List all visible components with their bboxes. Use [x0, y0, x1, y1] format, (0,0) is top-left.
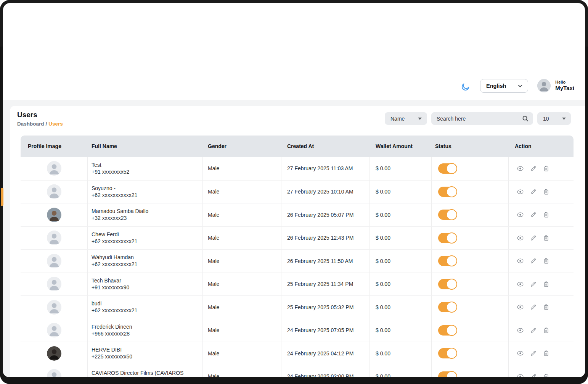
delete-trash-icon[interactable]: [543, 257, 550, 265]
col-created-at: Created At: [281, 136, 370, 157]
table-row: Mamadou Samba Diallo +32 xxxxxxx23 Male …: [21, 203, 574, 226]
user-phone: +62 xxxxxxxxxxx21: [92, 238, 137, 245]
breadcrumb-separator: /: [44, 121, 49, 127]
filter-by-select[interactable]: Name: [385, 112, 427, 125]
user-created-at: 25 February 2025 05:32 PM: [281, 296, 370, 319]
delete-trash-icon[interactable]: [543, 234, 550, 242]
user-phone: +91 xxxxxxxx90: [92, 284, 129, 291]
edit-pencil-icon[interactable]: [530, 234, 537, 242]
user-gender: Male: [203, 157, 281, 180]
edit-pencil-icon[interactable]: [530, 373, 537, 377]
search-box[interactable]: [431, 112, 533, 125]
profile-avatar: [47, 161, 61, 176]
table-row: Wahyudi Hamdan +62 xxxxxxxxxxx21 Male 26…: [21, 249, 574, 273]
edit-pencil-icon[interactable]: [530, 281, 537, 288]
user-created-at: 27 February 2025 10:10 AM: [281, 181, 370, 203]
user-full-name: HERVE DIBI: [92, 347, 132, 353]
view-eye-icon[interactable]: [517, 211, 524, 218]
user-wallet-amount: $ 0.00: [370, 365, 432, 378]
search-icon[interactable]: [522, 115, 529, 122]
user-created-at: 26 February 2025 11:50 AM: [281, 250, 370, 273]
user-gender: Male: [203, 296, 281, 319]
user-profile[interactable]: Hello MyTaxi: [537, 79, 574, 92]
breadcrumb-dashboard[interactable]: Dashboard: [17, 121, 44, 127]
delete-trash-icon[interactable]: [543, 188, 550, 195]
edit-pencil-icon[interactable]: [530, 165, 537, 172]
page-title: Users: [17, 111, 37, 119]
view-eye-icon[interactable]: [517, 165, 524, 172]
edit-pencil-icon[interactable]: [530, 188, 537, 195]
table-row: Chew Ferdi +62 xxxxxxxxxxx21 Male 26 Feb…: [21, 226, 574, 250]
user-gender: Male: [203, 342, 281, 365]
table-body: Test +91 xxxxxxxx52 Male 27 February 202…: [21, 157, 574, 377]
language-select[interactable]: English: [480, 79, 528, 93]
view-eye-icon[interactable]: [517, 303, 524, 311]
user-created-at: 24 February 2025 07:05 PM: [281, 319, 370, 342]
status-toggle[interactable]: [438, 256, 456, 266]
toggle-knob-icon: [446, 163, 457, 174]
user-wallet-amount: $ 0.00: [370, 342, 432, 365]
edit-pencil-icon[interactable]: [530, 211, 537, 218]
delete-trash-icon[interactable]: [543, 165, 550, 172]
user-created-at: 24 February 2025 04:12 PM: [281, 342, 370, 365]
status-toggle[interactable]: [438, 187, 456, 197]
user-full-name: Test: [92, 162, 129, 168]
status-toggle[interactable]: [438, 325, 456, 336]
toggle-knob-icon: [446, 186, 457, 197]
view-eye-icon[interactable]: [517, 281, 524, 288]
profile-avatar: [47, 231, 61, 245]
col-wallet-amount: Wallet Amount: [370, 136, 432, 157]
side-scroll-indicator: [1, 188, 3, 206]
status-toggle[interactable]: [438, 210, 456, 220]
user-wallet-amount: $ 0.00: [370, 250, 432, 273]
profile-avatar: [47, 346, 61, 361]
status-toggle[interactable]: [438, 371, 456, 377]
status-toggle[interactable]: [438, 348, 456, 358]
status-toggle[interactable]: [438, 163, 456, 174]
table-filters: Name 10: [385, 112, 571, 125]
view-eye-icon[interactable]: [517, 188, 524, 195]
edit-pencil-icon[interactable]: [530, 257, 537, 265]
status-toggle[interactable]: [438, 302, 456, 312]
user-wallet-amount: $ 0.00: [370, 273, 432, 296]
browser-window: English Hello MyTaxi: [0, 0, 588, 384]
edit-pencil-icon[interactable]: [530, 350, 537, 357]
user-full-name: budi: [92, 300, 137, 307]
edit-pencil-icon[interactable]: [530, 303, 537, 311]
username-label: MyTaxi: [555, 85, 574, 92]
status-toggle[interactable]: [438, 233, 456, 243]
view-eye-icon[interactable]: [517, 350, 524, 357]
view-eye-icon[interactable]: [517, 327, 524, 334]
user-phone: +966 xxxxxxx28: [92, 331, 132, 337]
toggle-knob-icon: [446, 255, 457, 266]
table-row: Frederick Dineen +966 xxxxxxx28 Male 24 …: [21, 319, 574, 342]
delete-trash-icon[interactable]: [543, 211, 550, 218]
view-eye-icon[interactable]: [517, 257, 524, 265]
edit-pencil-icon[interactable]: [530, 327, 537, 334]
delete-trash-icon[interactable]: [543, 350, 550, 357]
col-action: Action: [509, 136, 574, 157]
breadcrumb-users[interactable]: Users: [48, 121, 63, 127]
delete-trash-icon[interactable]: [543, 303, 550, 311]
user-full-name: Soyuzno -: [92, 185, 137, 192]
search-input[interactable]: [437, 116, 517, 122]
user-phone: +32 xxxxxxx23: [92, 215, 148, 221]
per-page-select[interactable]: 10: [537, 112, 571, 125]
profile-avatar: [47, 369, 61, 377]
user-full-name: CAVIAROS Director Films (CAVIAROS FILMS): [92, 370, 202, 377]
toggle-knob-icon: [446, 348, 457, 359]
delete-trash-icon[interactable]: [543, 327, 550, 334]
view-eye-icon[interactable]: [517, 234, 524, 242]
user-phone: +91 xxxxxxxx52: [92, 169, 129, 175]
toggle-knob-icon: [446, 279, 457, 290]
delete-trash-icon[interactable]: [543, 281, 550, 288]
dark-mode-moon-icon[interactable]: [461, 82, 471, 92]
user-full-name: Tech Bhavar: [92, 278, 129, 284]
status-toggle[interactable]: [438, 279, 456, 289]
user-wallet-amount: $ 0.00: [370, 181, 432, 203]
language-value: English: [486, 83, 506, 89]
view-eye-icon[interactable]: [517, 373, 524, 377]
toggle-knob-icon: [446, 232, 457, 244]
delete-trash-icon[interactable]: [543, 373, 550, 377]
user-wallet-amount: $ 0.00: [370, 157, 432, 180]
